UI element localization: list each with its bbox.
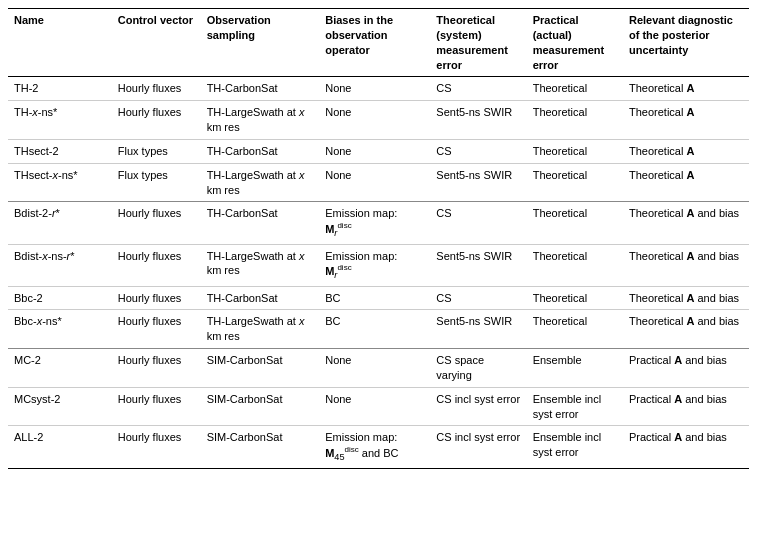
table-cell: Theoretical A	[623, 101, 749, 140]
col-theoretical-error: Theoretical (system) measurement error	[430, 9, 526, 77]
table-cell: Hourly fluxes	[112, 101, 201, 140]
table-row: TH-2Hourly fluxesTH-CarbonSatNoneCSTheor…	[8, 77, 749, 101]
table-cell: None	[319, 349, 430, 388]
table-cell: TH-LargeSwath at x km res	[201, 244, 320, 286]
table-cell: Hourly fluxes	[112, 77, 201, 101]
table-cell: MC-2	[8, 349, 112, 388]
table-cell: Emission map: Mrdisc	[319, 244, 430, 286]
table-row: Bbc-x-ns*Hourly fluxesTH-LargeSwath at x…	[8, 310, 749, 349]
table-cell: TH-LargeSwath at x km res	[201, 101, 320, 140]
table-row: TH-x-ns*Hourly fluxesTH-LargeSwath at x …	[8, 101, 749, 140]
table-cell: Practical A and bias	[623, 426, 749, 468]
table-cell: CS	[430, 202, 526, 244]
table-cell: None	[319, 387, 430, 426]
table-cell: Sent5-ns SWIR	[430, 244, 526, 286]
table-cell: Theoretical A and bias	[623, 202, 749, 244]
col-practical-error: Practical (actual) measurement error	[527, 9, 623, 77]
table-cell: ALL-2	[8, 426, 112, 468]
col-observation-sampling: Observation sampling	[201, 9, 320, 77]
table-cell: Hourly fluxes	[112, 349, 201, 388]
table-cell: Hourly fluxes	[112, 310, 201, 349]
table-cell: Sent5-ns SWIR	[430, 310, 526, 349]
table-cell: TH-CarbonSat	[201, 202, 320, 244]
table-cell: CS	[430, 139, 526, 163]
table-cell: BC	[319, 310, 430, 349]
table-cell: Ensemble	[527, 349, 623, 388]
table-cell: Theoretical	[527, 101, 623, 140]
table-cell: SIM-CarbonSat	[201, 387, 320, 426]
table-cell: TH-CarbonSat	[201, 139, 320, 163]
table-cell: None	[319, 77, 430, 101]
table-cell: TH-LargeSwath at x km res	[201, 310, 320, 349]
table-cell: Ensemble incl syst error	[527, 387, 623, 426]
table-cell: Theoretical A and bias	[623, 244, 749, 286]
col-biases: Biases in the observation operator	[319, 9, 430, 77]
table-row: Bbc-2Hourly fluxesTH-CarbonSatBCCSTheore…	[8, 286, 749, 310]
table-cell: Bbc-2	[8, 286, 112, 310]
table-row: THsect-x-ns*Flux typesTH-LargeSwath at x…	[8, 163, 749, 202]
table-cell: None	[319, 163, 430, 202]
table-row: ALL-2Hourly fluxesSIM-CarbonSatEmission …	[8, 426, 749, 468]
table-cell: Theoretical A and bias	[623, 286, 749, 310]
table-cell: Theoretical A	[623, 163, 749, 202]
table-row: MCsyst-2Hourly fluxesSIM-CarbonSatNoneCS…	[8, 387, 749, 426]
table-cell: Theoretical	[527, 77, 623, 101]
table-cell: Hourly fluxes	[112, 202, 201, 244]
table-cell: SIM-CarbonSat	[201, 349, 320, 388]
table-cell: Flux types	[112, 139, 201, 163]
col-name: Name	[8, 9, 112, 77]
table-cell: BC	[319, 286, 430, 310]
table-cell: TH-2	[8, 77, 112, 101]
table-cell: CS	[430, 77, 526, 101]
main-table: Name Control vector Observation sampling…	[8, 8, 749, 469]
table-cell: TH-CarbonSat	[201, 77, 320, 101]
table-cell: Flux types	[112, 163, 201, 202]
table-cell: Sent5-ns SWIR	[430, 101, 526, 140]
table-cell: Bdist-2-r*	[8, 202, 112, 244]
table-cell: None	[319, 139, 430, 163]
table-cell: Hourly fluxes	[112, 244, 201, 286]
table-cell: Theoretical	[527, 202, 623, 244]
table-cell: Bbc-x-ns*	[8, 310, 112, 349]
table-cell: Practical A and bias	[623, 387, 749, 426]
table-cell: CS incl syst error	[430, 387, 526, 426]
table-cell: THsect-2	[8, 139, 112, 163]
table-row: Bdist-x-ns-r*Hourly fluxesTH-LargeSwath …	[8, 244, 749, 286]
table-cell: Theoretical	[527, 139, 623, 163]
table-cell: Hourly fluxes	[112, 387, 201, 426]
table-cell: CS	[430, 286, 526, 310]
table-cell: SIM-CarbonSat	[201, 426, 320, 468]
table-cell: Emission map: Mrdisc	[319, 202, 430, 244]
table-cell: MCsyst-2	[8, 387, 112, 426]
table-cell: TH-CarbonSat	[201, 286, 320, 310]
table-cell: Theoretical	[527, 286, 623, 310]
table-cell: None	[319, 101, 430, 140]
table-cell: THsect-x-ns*	[8, 163, 112, 202]
table-cell: Sent5-ns SWIR	[430, 163, 526, 202]
table-cell: Practical A and bias	[623, 349, 749, 388]
table-cell: Ensemble incl syst error	[527, 426, 623, 468]
table-cell: Theoretical A	[623, 139, 749, 163]
table-cell: Hourly fluxes	[112, 426, 201, 468]
table-cell: Theoretical	[527, 163, 623, 202]
table-cell: Theoretical A	[623, 77, 749, 101]
header-row: Name Control vector Observation sampling…	[8, 9, 749, 77]
table-row: MC-2Hourly fluxesSIM-CarbonSatNoneCS spa…	[8, 349, 749, 388]
table-cell: Bdist-x-ns-r*	[8, 244, 112, 286]
table-cell: Emission map: M45disc and BC	[319, 426, 430, 468]
table-cell: Theoretical	[527, 244, 623, 286]
table-cell: Theoretical	[527, 310, 623, 349]
col-control-vector: Control vector	[112, 9, 201, 77]
table-row: Bdist-2-r*Hourly fluxesTH-CarbonSatEmiss…	[8, 202, 749, 244]
table-cell: TH-x-ns*	[8, 101, 112, 140]
table-cell: TH-LargeSwath at x km res	[201, 163, 320, 202]
table-cell: Hourly fluxes	[112, 286, 201, 310]
table-cell: CS incl syst error	[430, 426, 526, 468]
table-cell: Theoretical A and bias	[623, 310, 749, 349]
col-relevant-diagnostic: Relevant diagnostic of the posterior unc…	[623, 9, 749, 77]
table-row: THsect-2Flux typesTH-CarbonSatNoneCSTheo…	[8, 139, 749, 163]
table-cell: CS space varying	[430, 349, 526, 388]
